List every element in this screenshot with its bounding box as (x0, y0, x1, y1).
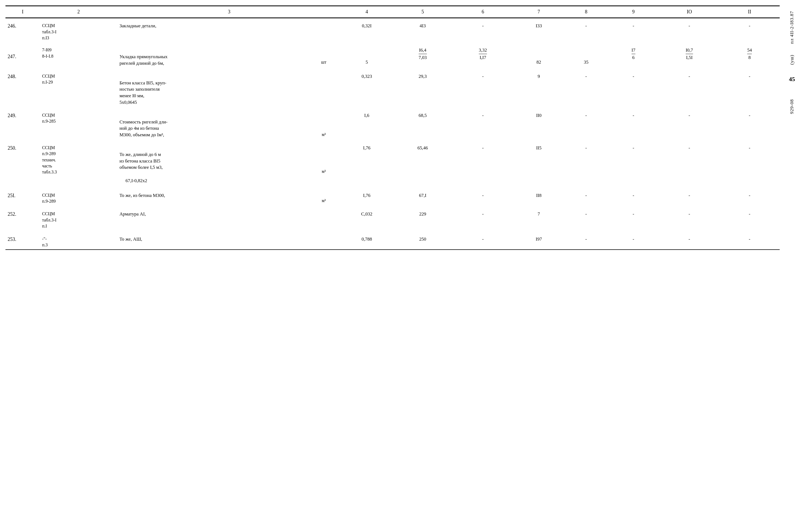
row-col7-249: II0 (513, 110, 565, 139)
row-col11-252: - (719, 209, 780, 230)
row-col9-246: - (607, 18, 659, 42)
row-desc-247: Укладка прямоугольных ригелей длиной до … (117, 45, 307, 67)
row-col10-247: I0,7 I,5I (659, 45, 719, 67)
row-col11-251: - (719, 190, 780, 205)
row-desc-249: Стоимость ригелей дли- ной до 4м из бето… (117, 110, 307, 139)
row-col4-251: I,76 (341, 190, 393, 205)
row-desc-253: То же, АШ, (117, 234, 341, 249)
row-col11-253: - (719, 234, 780, 249)
right-top-label: пл 4II-2-I83.87 (789, 11, 795, 44)
table-row: 248. ССЦМ п.I-29 Бетон класса BI5, круп-… (5, 71, 780, 106)
row-col8-252: - (565, 209, 607, 230)
row-col7-247: 82 (513, 45, 565, 67)
col-header-2: 2 (40, 6, 117, 18)
col-header-7: 7 (513, 6, 565, 18)
spacer-row (5, 139, 780, 142)
col-header-11: II (719, 6, 780, 18)
row-col8-247: 35 (565, 45, 607, 67)
fraction-col6-247: 3,32 I,I7 (479, 47, 487, 61)
row-col10-248: - (659, 71, 719, 106)
row-num-253: 253. (5, 234, 40, 249)
spacer-row (5, 41, 780, 45)
row-col4-253: 0,788 (341, 234, 393, 249)
row-col11-250: - (719, 142, 780, 176)
row-desc2-250: 67,I-0,82х2 (117, 176, 341, 187)
row-col7-253: I97 (513, 234, 565, 249)
row-col9-252: - (607, 209, 659, 230)
row-col10-253: - (659, 234, 719, 249)
right-margin: пл 4II-2-I83.87 (уш) 45 929-08 (783, 5, 802, 250)
row-col7-252: 7 (513, 209, 565, 230)
row-col6-247: 3,32 I,I7 (453, 45, 513, 67)
row-col6-248: - (453, 71, 513, 106)
row-col9-251: - (607, 190, 659, 205)
spacer-row (5, 205, 780, 209)
row-desc-246: Закладные детали, (117, 18, 341, 42)
page-number-45: 45 (789, 76, 795, 83)
bottom-border-row (5, 248, 780, 250)
row-code-247: 7-I09 8-I-I.8 (40, 45, 117, 67)
row-col10-250: - (659, 142, 719, 176)
table-row: 252. ССЦМ табл.3-I п.I Арматура АI, С,03… (5, 209, 780, 230)
row-col5-248: 29,3 (393, 71, 453, 106)
col-header-3: 3 (117, 6, 341, 18)
row-col8-250: - (565, 142, 607, 176)
row-col5-246: 4I3 (393, 18, 453, 42)
row-col10-249: - (659, 110, 719, 139)
table-row: 253. -"- п.3 То же, АШ, 0,788 250 - I97 … (5, 234, 780, 249)
row-num-252: 252. (5, 209, 40, 230)
row-col7-251: II8 (513, 190, 565, 205)
row-col8-251: - (565, 190, 607, 205)
fraction-col11-247: 54 8 (747, 47, 752, 61)
col-header-4: 4 (341, 6, 393, 18)
row-col9-247: I7 6 (607, 45, 659, 67)
row-desc-251: То же, из бетона М300, (117, 190, 307, 205)
row-col5-247: I6,4 7,03 (393, 45, 453, 67)
row-col11-246: - (719, 18, 780, 42)
table-row: 249. ССЦМ п.9-285 Стоимость ригелей дли-… (5, 110, 780, 139)
row-desc-252: Арматура АI, (117, 209, 341, 230)
row-col8-253: - (565, 234, 607, 249)
table-row: 247. 7-I09 8-I-I.8 Укладка прямоугольных… (5, 45, 780, 67)
row-col10-246: - (659, 18, 719, 42)
row-col6-246: - (453, 18, 513, 42)
row-code-246: ССЦМ табл.3-I п.I3 (40, 18, 117, 42)
row-col6-250: - (453, 142, 513, 176)
row-code-249: ССЦМ п.9-285 (40, 110, 117, 139)
row-num-251: 25I. (5, 190, 40, 205)
row-num-248: 248. (5, 71, 40, 106)
row-unit-249: м³ (307, 110, 341, 139)
row-col7-246: I33 (513, 18, 565, 42)
row-col7-248: 9 (513, 71, 565, 106)
row-unit-251: м³ (307, 190, 341, 205)
row-col7-250: II5 (513, 142, 565, 176)
row-desc-248: Бетон класса BI5, круп- ностью заполните… (117, 71, 341, 106)
row-col4-246: 0,32I (341, 18, 393, 42)
col-header-8: 8 (565, 6, 607, 18)
row-desc-250: То же, длиной до 6 м из бетона класса BI… (117, 142, 307, 176)
desc2-row-250: 67,I-0,82х2 (5, 176, 780, 187)
col-header-6: 6 (453, 6, 513, 18)
row-col6-251: - (453, 190, 513, 205)
row-col5-250: 65,46 (393, 142, 453, 176)
spacer-row (5, 106, 780, 110)
row-col11-247: 54 8 (719, 45, 780, 67)
spacer-row (5, 187, 780, 190)
row-code-253: -"- п.3 (40, 234, 117, 249)
row-col9-248: - (607, 71, 659, 106)
row-col10-251: - (659, 190, 719, 205)
row-num-250: 250. (5, 142, 40, 176)
row-unit-250: м³ (307, 142, 341, 176)
row-col11-248: - (719, 71, 780, 106)
table-row: 25I. ССЦМ п.9-289 То же, из бетона М300,… (5, 190, 780, 205)
spacer-row (5, 230, 780, 234)
row-code-252: ССЦМ табл.3-I п.I (40, 209, 117, 230)
row-col6-249: - (453, 110, 513, 139)
row-col6-253: - (453, 234, 513, 249)
right-side-num: 929-08 (789, 99, 795, 114)
row-col10-252: - (659, 209, 719, 230)
row-col8-248: - (565, 71, 607, 106)
row-col9-253: - (607, 234, 659, 249)
row-col4-248: 0,323 (341, 71, 393, 106)
row-col5-252: 229 (393, 209, 453, 230)
